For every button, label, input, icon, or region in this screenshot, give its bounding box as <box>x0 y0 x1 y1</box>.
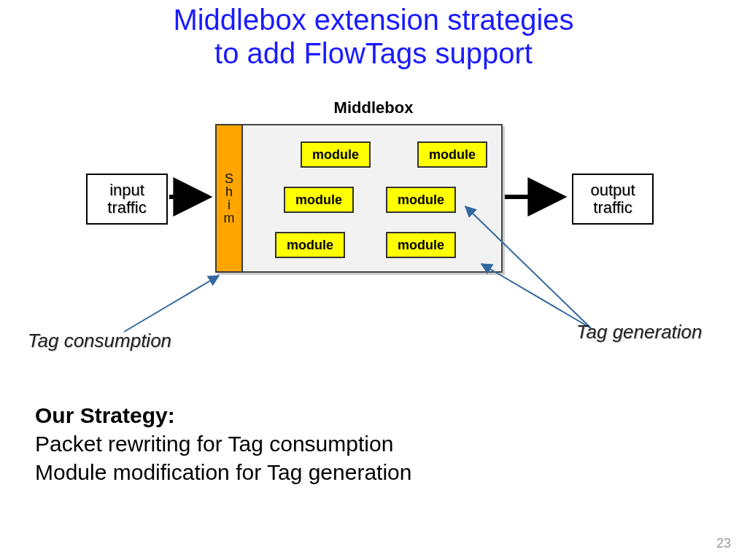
shim-letter: h <box>225 185 233 198</box>
strategy-line-1: Packet rewriting for Tag consumption <box>35 429 411 458</box>
tag-generation-label: Tag generation <box>576 321 703 343</box>
slide: Middlebox extension strategies to add Fl… <box>0 0 747 560</box>
svg-line-4 <box>481 264 591 328</box>
input-traffic-label: input traffic <box>107 182 146 217</box>
title-line-1: Middlebox extension strategies <box>173 4 573 36</box>
title-line-2: to add FlowTags support <box>214 37 533 69</box>
output-traffic-box: output traffic <box>572 174 654 225</box>
tag-consumption-label: Tag consumption <box>28 330 171 352</box>
module-box: module <box>386 187 456 213</box>
strategy-block: Our Strategy: Packet rewriting for Tag c… <box>35 401 411 486</box>
slide-title: Middlebox extension strategies to add Fl… <box>0 3 747 70</box>
strategy-line-2: Module modification for Tag generation <box>35 458 411 486</box>
page-number: 23 <box>716 536 731 551</box>
output-traffic-label: output traffic <box>590 182 635 217</box>
module-box: module <box>284 187 354 213</box>
diagram-caption: Middlebox <box>0 98 747 117</box>
svg-line-2 <box>124 276 219 332</box>
module-box: module <box>417 141 487 168</box>
strategy-heading: Our Strategy: <box>35 401 411 429</box>
shim-letter: m <box>224 211 235 225</box>
middlebox-frame: S h i m module module module module modu… <box>215 124 503 273</box>
module-box: module <box>275 232 345 258</box>
module-box: module <box>301 141 371 168</box>
shim-letter: S <box>225 172 233 185</box>
input-traffic-box: input traffic <box>86 174 168 225</box>
module-box: module <box>386 232 456 258</box>
shim-bar: S h i m <box>215 124 243 273</box>
shim-letter: i <box>228 198 231 211</box>
